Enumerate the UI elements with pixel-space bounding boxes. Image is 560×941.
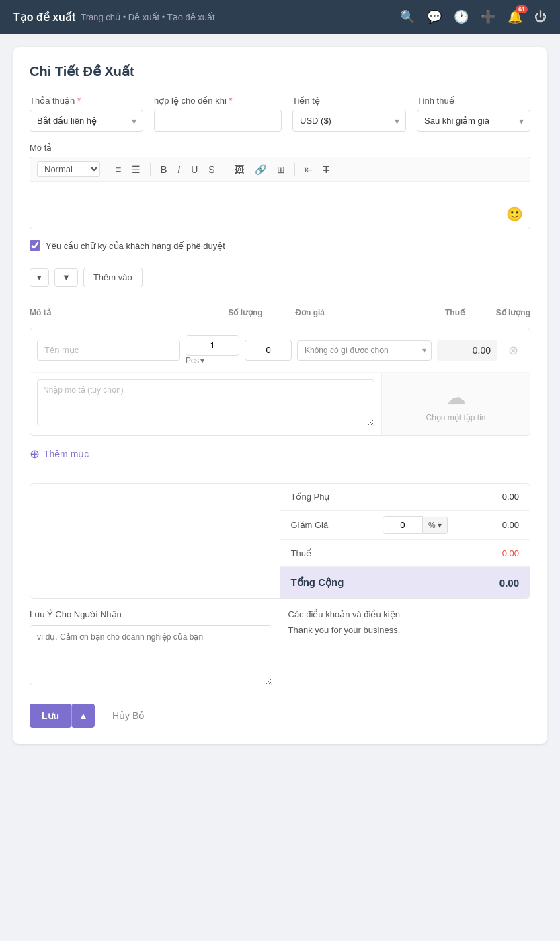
add-filter-btn[interactable]: Thêm vào [83,268,143,287]
hop-le-group: hợp lệ cho đến khi * 10-10-2024 [154,96,282,132]
item-qty-input[interactable] [186,335,239,356]
mo-ta-label: Mô tả [30,143,530,153]
add-item-button[interactable]: ⊕ Thêm mục [30,441,89,467]
breadcrumb: Trang chủ • Đề xuất • Tạo đề xuất [81,12,214,22]
unit-chevron: ▾ [200,356,204,365]
signature-checkbox-label: Yêu cầu chữ ký của khách hàng để phê duy… [46,241,225,251]
discount-input-wrapper: % ▾ [383,516,448,534]
hop-le-label: hợp lệ cho đến khi * [154,96,282,106]
unordered-list-btn[interactable]: ☰ [128,162,145,177]
filter-icon: ▼ [62,272,71,283]
ordered-list-btn[interactable]: ≡ [112,162,125,177]
toolbar-divider-4 [294,163,295,176]
notes-label: Lưu Ý Cho Người Nhận [30,609,272,619]
save-group: Lưu ▲ [30,704,95,728]
terms-label: Các điều khoản và điều kiện [288,609,531,619]
editor-body[interactable]: 🙂 [30,182,530,229]
item-upload-area[interactable]: ☁ Chọn một tập tin [382,373,530,435]
main-card: Chi Tiết Đề Xuất Thỏa thuận * Bắt đầu li… [13,47,547,744]
clear-format-btn[interactable]: T̶ [319,162,333,177]
emoji-btn[interactable]: 🙂 [506,206,523,222]
power-icon[interactable]: ⏻ [534,10,547,24]
link-btn[interactable]: 🔗 [251,162,270,177]
item-tax-select[interactable]: Không có gì được chọn 10% 20% [297,340,432,361]
thoa-thuan-select[interactable]: Bắt đầu liên hệ [30,110,143,132]
cancel-button[interactable]: Hủy Bỏ [103,704,154,728]
item-price-input[interactable] [245,340,292,361]
thue-value: 0.00 [502,548,519,558]
add-item-label: Thêm mục [44,449,89,459]
tien-te-select[interactable]: USD ($) EUR (€) VND (₫) [292,110,406,132]
filter-icon-btn[interactable]: ▼ [54,268,78,287]
item-desc-textarea[interactable] [37,379,374,426]
card-title: Chi Tiết Đề Xuất [30,63,530,79]
toolbar-divider-3 [225,163,225,176]
format-select[interactable]: Normal Heading 1 Heading 2 [37,161,100,177]
filter-down-btn[interactable]: ▾ [30,268,49,287]
bold-btn[interactable]: B [156,162,171,177]
item-row-top: Pcs ▾ Không có gì được chọn 10% 20% 0.00 [30,328,530,373]
page-container: Chi Tiết Đề Xuất Thỏa thuận * Bắt đầu li… [0,34,560,757]
col-price-header: Đơn giá [278,308,325,317]
col-qty-header: Số lượng [218,308,272,317]
discount-type-btn[interactable]: % ▾ [423,517,448,534]
underline-btn[interactable]: U [187,162,202,177]
totals-section: Tổng Phụ 0.00 Giảm Giá % ▾ 0.00 Thuế 0.0… [30,483,530,599]
tinh-thue-select[interactable]: Sau khi giảm giá Trước khi giảm giá [417,110,530,132]
navbar: Tạo đề xuất Trang chủ • Đề xuất • Tạo đề… [0,0,560,34]
col-desc-header: Mô tả [30,308,213,317]
col-amount-header: Số lượng [470,308,530,317]
navbar-left: Tạo đề xuất Trang chủ • Đề xuất • Tạo đề… [13,11,215,24]
item-amount: 0.00 [437,340,497,361]
tong-cong-value: 0.00 [499,577,519,589]
item-remove-btn[interactable]: ⊗ [503,343,523,358]
strikethrough-btn[interactable]: S [204,162,218,177]
tong-cong-row: Tổng Cộng 0.00 [280,567,530,598]
giam-gia-value: 0.00 [502,520,519,530]
tien-te-label: Tiền tệ [292,96,406,106]
table-btn[interactable]: ⊞ [273,162,289,177]
thue-row: Thuế 0.00 [280,540,530,567]
save-label: Lưu [42,710,59,721]
form-row-1: Thỏa thuận * Bắt đầu liên hệ hợp lệ cho … [30,96,530,132]
table-header: Mô tả Số lượng Đơn giá Thuế Số lượng [30,304,530,322]
search-icon[interactable]: 🔍 [400,9,415,24]
item-name-cell [37,340,180,361]
editor-toolbar: Normal Heading 1 Heading 2 ≡ ☰ B I U S 🖼… [30,157,530,182]
item-price-cell [245,340,292,361]
item-row-bottom: ☁ Chọn một tập tin [30,373,530,435]
hop-le-input[interactable]: 10-10-2024 [154,110,282,132]
add-icon[interactable]: ➕ [481,9,495,24]
discount-input[interactable] [383,516,423,534]
thoa-thuan-select-wrapper: Bắt đầu liên hệ [30,110,143,132]
clock-icon[interactable]: 🕐 [454,9,469,24]
notes-group: Lưu Ý Cho Người Nhận [30,609,272,687]
rtl-btn[interactable]: ⇤ [301,162,317,177]
required-indicator: * [77,96,81,106]
item-tax-cell: Không có gì được chọn 10% 20% [297,340,432,361]
totals-left [30,484,280,598]
signature-checkbox-row: Yêu cầu chữ ký của khách hàng để phê duy… [30,240,530,251]
tong-phu-row: Tổng Phụ 0.00 [280,484,530,511]
chat-icon[interactable]: 💬 [427,9,442,24]
notification-icon[interactable]: 🔔 61 [508,9,522,24]
tong-phu-value: 0.00 [502,492,519,502]
italic-btn[interactable]: I [173,162,184,177]
giam-gia-label: Giảm Giá [291,520,329,530]
toolbar-divider-1 [106,163,106,176]
image-btn[interactable]: 🖼 [231,162,248,177]
item-desc-area [30,373,382,435]
table-row: Pcs ▾ Không có gì được chọn 10% 20% 0.00 [30,328,530,436]
save-button[interactable]: Lưu [30,704,71,728]
tong-cong-label: Tổng Cộng [291,576,344,589]
tinh-thue-label: Tính thuế [417,96,530,106]
navbar-right: 🔍 💬 🕐 ➕ 🔔 61 ⏻ [400,9,547,24]
save-dropdown-btn[interactable]: ▲ [71,704,95,728]
cancel-label: Hủy Bỏ [112,710,145,721]
upload-text: Chọn một tập tin [426,413,485,422]
add-item-icon: ⊕ [30,447,40,461]
notes-textarea[interactable] [30,625,272,685]
signature-checkbox[interactable] [30,240,40,251]
item-name-input[interactable] [37,340,180,361]
item-unit-selector[interactable]: Pcs ▾ [186,356,239,365]
